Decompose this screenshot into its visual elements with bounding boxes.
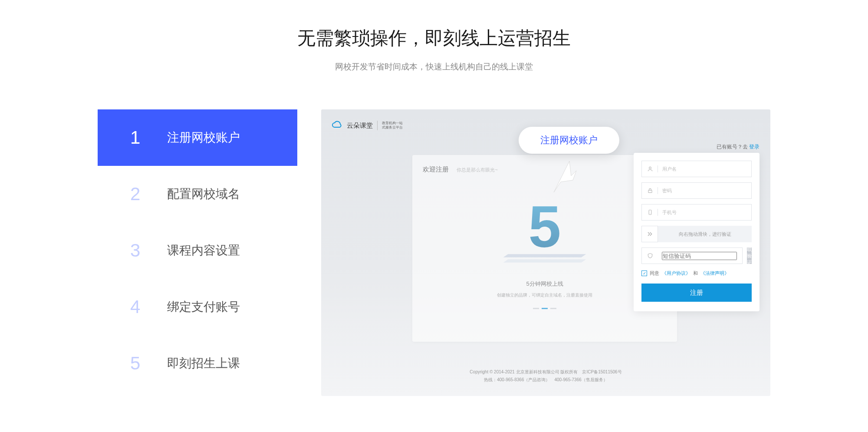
tooltip-bubble: 注册网校账户 — [519, 127, 619, 154]
login-link[interactable]: 登录 — [749, 144, 760, 150]
step-number: 4 — [130, 297, 167, 317]
sms-input[interactable] — [662, 252, 737, 260]
phone-icon — [647, 209, 653, 215]
password-field[interactable] — [641, 182, 752, 199]
slider-text: 向右拖动滑块，进行验证 — [658, 231, 752, 237]
step-label: 即刻招生上课 — [167, 355, 240, 372]
step-number: 5 — [130, 353, 167, 374]
pager-dots — [423, 308, 667, 309]
svg-rect-1 — [648, 190, 652, 192]
pager-dot-active[interactable] — [542, 308, 548, 309]
logo-text: 云朵课堂 — [347, 122, 373, 130]
phone-input[interactable] — [662, 210, 746, 215]
shield-icon — [647, 253, 653, 259]
footer-copyright: Copyright © 2014-2021 北京昱新科技有限公司 版权所有 京I… — [321, 368, 770, 384]
step-number: 3 — [130, 240, 167, 261]
pager-dot[interactable] — [533, 308, 539, 309]
agree-and: 和 — [693, 270, 698, 277]
step-item-5[interactable]: 5 即刻招生上课 — [98, 335, 297, 392]
main-content: 1 注册网校账户 2 配置网校域名 3 课程内容设置 4 绑定支付账号 5 即刻… — [0, 109, 868, 396]
already-have-account: 已有账号？去 登录 — [717, 143, 760, 151]
svg-point-3 — [650, 214, 650, 214]
sms-field[interactable] — [641, 247, 743, 264]
step-item-4[interactable]: 4 绑定支付账号 — [98, 279, 297, 335]
legal-statement-link[interactable]: 《法律声明》 — [700, 270, 729, 277]
logo-subtitle: 教育机构一站 式服务云平台 — [382, 121, 403, 130]
register-button[interactable]: 注册 — [641, 284, 752, 302]
big-5-numeral: 5 — [528, 198, 561, 256]
username-field[interactable] — [641, 161, 752, 177]
lock-icon — [647, 188, 653, 194]
user-icon — [647, 166, 653, 172]
step-number: 2 — [130, 184, 167, 204]
preview-panel: 云朵课堂 教育机构一站 式服务云平台 已有账号？去 登录 欢迎注册 你总是那么有… — [321, 109, 770, 396]
user-agreement-link[interactable]: 《用户协议》 — [662, 270, 690, 277]
step-item-3[interactable]: 3 课程内容设置 — [98, 222, 297, 279]
step-label: 配置网校域名 — [167, 186, 240, 202]
welcome-title: 欢迎注册 — [423, 165, 449, 174]
get-sms-button[interactable]: 获取验证码 — [747, 247, 752, 264]
slider-captcha[interactable]: 向右拖动滑块，进行验证 — [641, 226, 752, 242]
welcome-subtitle: 你总是那么有眼光~ — [457, 167, 497, 172]
double-chevron-right-icon — [646, 231, 653, 237]
sms-row: 获取验证码 — [641, 247, 752, 264]
step-label: 绑定支付账号 — [167, 299, 240, 315]
step-label: 课程内容设置 — [167, 242, 240, 259]
step-sidebar: 1 注册网校账户 2 配置网校域名 3 课程内容设置 4 绑定支付账号 5 即刻… — [98, 109, 297, 392]
agree-prefix: 同意 — [650, 270, 659, 277]
step-item-1[interactable]: 1 注册网校账户 — [98, 109, 297, 166]
step-number: 1 — [130, 127, 167, 148]
step-item-2[interactable]: 2 配置网校域名 — [98, 166, 297, 222]
logo-bar: 云朵课堂 教育机构一站 式服务云平台 — [332, 120, 403, 131]
illustration-caption: 5分钟网校上线 — [423, 280, 667, 288]
agreement-row: ✓ 同意 《用户协议》 和 《法律声明》 — [641, 270, 752, 277]
pager-dot[interactable] — [550, 308, 556, 309]
page-title: 无需繁琐操作，即刻线上运营招生 — [0, 0, 868, 50]
illustration-desc: 创建独立的品牌，可绑定自主域名，注册直接使用 — [423, 292, 667, 298]
phone-field[interactable] — [641, 204, 752, 221]
username-input[interactable] — [662, 166, 746, 171]
slider-handle[interactable] — [641, 226, 658, 242]
cursor-arrow-icon — [551, 155, 577, 196]
logo-divider — [377, 121, 378, 130]
password-input[interactable] — [662, 188, 746, 193]
step-label: 注册网校账户 — [167, 129, 240, 146]
platform-shadow-icon — [506, 252, 584, 269]
agreement-checkbox[interactable]: ✓ — [641, 270, 647, 276]
page-subtitle: 网校开发节省时间成本，快速上线机构自己的线上课堂 — [0, 61, 868, 73]
cloud-logo-icon — [332, 120, 342, 131]
big-5-illustration: 5 5分钟网校上线 创建独立的品牌，可绑定自主域名，注册直接使用 — [423, 198, 667, 309]
register-form: 向右拖动滑块，进行验证 获取验证码 ✓ 同意 《用户协议》 和 《法律声明》 — [634, 153, 760, 311]
svg-point-0 — [649, 167, 651, 169]
